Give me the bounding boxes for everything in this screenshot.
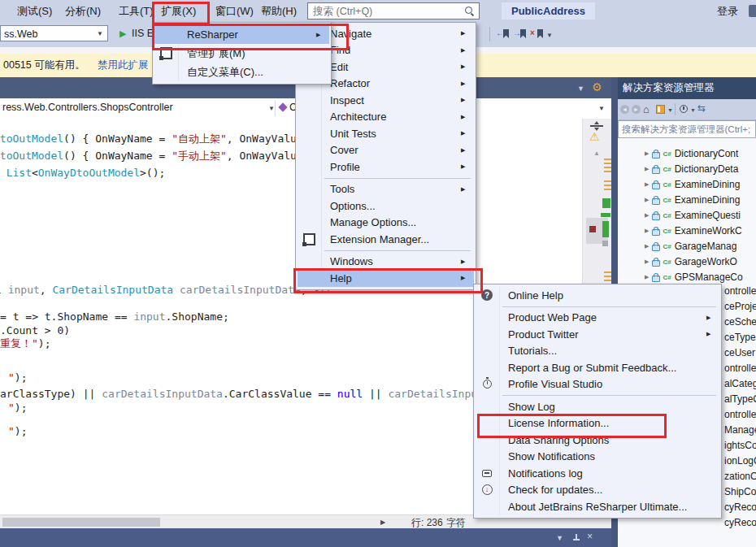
tree-item-fragment[interactable]: ShipCor <box>724 486 756 497</box>
chevron-down-icon[interactable]: ▼ <box>690 107 696 113</box>
chevron-down-icon[interactable]: ▼ <box>667 107 673 113</box>
pin-icon[interactable] <box>572 534 580 541</box>
menu-item-product-web-page[interactable]: Product Web Page▶ <box>476 310 719 327</box>
menu-item-cover[interactable]: Cover▶ <box>298 142 474 159</box>
tree-item-garagemanag[interactable]: ▶C#GarageManag <box>645 239 736 254</box>
tree-item-fragment[interactable]: ontrolle <box>724 285 756 297</box>
clear-bookmarks-button[interactable]: × <box>530 28 545 40</box>
tree-item-fragment[interactable]: ceSche <box>724 316 756 328</box>
menu-item-管理扩展-m[interactable]: 管理扩展(M) <box>154 44 329 63</box>
tree-item-fragment[interactable]: cyRecor <box>724 501 756 513</box>
chevron-down-icon[interactable]: ▼ <box>577 85 584 93</box>
tree-item-fragment[interactable]: ManageC <box>724 424 756 436</box>
tree-item-fragment[interactable]: alCatego <box>724 378 756 389</box>
tree-item-examinedining[interactable]: ▶C#ExamineDining <box>645 177 740 192</box>
breadcrumb[interactable]: ress.Web.Controllers.ShopsController <box>2 102 173 113</box>
menubar-item-扩展-x[interactable]: 扩展(X) <box>154 0 202 22</box>
menu-item-profile-visual-studio[interactable]: Profile Visual Studio <box>476 376 719 393</box>
expand-arrow-icon[interactable]: ▶ <box>645 150 649 157</box>
menu-item-help[interactable]: Help▶ <box>298 270 474 287</box>
tree-item-fragment[interactable]: ionLogC <box>724 455 756 467</box>
tree-item-fragment[interactable]: ightsCo <box>724 440 756 451</box>
menubar-item-分析-n[interactable]: 分析(N) <box>59 0 107 22</box>
menu-item-options[interactable]: Options... <box>298 198 474 215</box>
menu-item-about-jetbrains-resharper-ultimate[interactable]: About JetBrains ReSharper Ultimate... <box>476 498 719 515</box>
expand-arrow-icon[interactable]: ▶ <box>645 258 649 265</box>
run-icon: ▶ <box>119 28 126 39</box>
solution-search-input[interactable]: 搜索解决方案资源管理器(Ctrl+; <box>618 120 756 138</box>
menu-item-tools[interactable]: Tools▶ <box>298 181 474 198</box>
public-address-button[interactable]: PublicAddress <box>502 2 595 20</box>
menu-item-profile[interactable]: Profile▶ <box>298 158 474 176</box>
menu-item-license-information[interactable]: License Information... <box>476 415 719 432</box>
scroll-right-icon[interactable]: ▶ <box>380 519 385 526</box>
home-icon[interactable]: ⌂ <box>643 103 650 115</box>
tree-item-gpsmanageco[interactable]: ▶C#GPSManageCo <box>645 270 743 284</box>
menu-item-report-a-bug-or-submit-feedback[interactable]: Report a Bug or Submit Feedback... <box>476 359 719 376</box>
menu-item-show-log[interactable]: Show Log <box>476 398 719 415</box>
horizontal-scrollbar-thumb[interactable] <box>2 518 160 527</box>
close-icon[interactable]: × <box>587 531 593 542</box>
chevron-down-icon[interactable]: ▼ <box>556 534 563 542</box>
expand-arrow-icon[interactable]: ▶ <box>645 181 649 188</box>
menu-item-unit-tests[interactable]: Unit Tests▶ <box>298 125 474 142</box>
toolbar-overflow-chevron-icon[interactable]: ▼ <box>546 32 553 39</box>
menu-item-online-help[interactable]: ?Online Help <box>476 287 719 304</box>
menu-item-inspect[interactable]: Inspect▶ <box>298 92 474 109</box>
sign-in-link[interactable]: 登录 <box>717 0 738 22</box>
menu-item-show-notifications[interactable]: Show Notifications <box>476 449 719 466</box>
quick-search-box[interactable] <box>307 2 480 20</box>
menu-item-extension-manager[interactable]: Extension Manager... <box>298 231 474 248</box>
search-input[interactable] <box>308 5 459 19</box>
back-icon[interactable]: ◄ <box>620 105 629 114</box>
tree-item-garageworko[interactable]: ▶C#GarageWorkO <box>645 254 737 269</box>
menu-item-check-for-updates[interactable]: ↓Check for updates... <box>476 482 719 499</box>
menubar-item-工具-t[interactable]: 工具(T) <box>112 0 160 22</box>
chevron-down-icon[interactable]: ▼ <box>598 105 605 112</box>
startup-project-combo[interactable]: ss.Web ▼ <box>0 25 108 41</box>
menu-item-product-twitter[interactable]: Product Twitter▶ <box>476 326 719 343</box>
expand-arrow-icon[interactable]: ▶ <box>645 166 649 172</box>
menu-item-label: Unit Tests <box>320 128 461 140</box>
tree-item-fragment[interactable]: ceUser <box>724 347 755 358</box>
tree-item-fragment[interactable]: zationC <box>724 471 756 482</box>
expand-arrow-icon[interactable]: ▶ <box>645 274 649 280</box>
menu-item-manage-options[interactable]: Manage Options... <box>298 215 474 232</box>
user-avatar-partial[interactable] <box>749 5 756 17</box>
tree-item-examinequesti[interactable]: ▶C#ExamineQuesti <box>645 208 741 223</box>
expand-arrow-icon[interactable]: ▶ <box>645 212 649 219</box>
previous-bookmark-button[interactable]: ← <box>496 28 511 40</box>
sync-icon[interactable]: ⇆ <box>697 102 706 114</box>
tree-item-dictionarycont[interactable]: ▶C#DictionaryCont <box>645 146 738 161</box>
next-bookmark-button[interactable]: → <box>513 28 528 40</box>
menu-item-notifications-log[interactable]: Notifications log <box>476 465 719 482</box>
tree-item-examinedining[interactable]: ▶C#ExamineDining <box>645 193 740 207</box>
tree-item-fragment[interactable]: ontrolle <box>724 409 756 420</box>
tree-item-fragment[interactable]: ontrolle <box>724 362 756 374</box>
switch-views-icon[interactable] <box>656 105 665 114</box>
chevron-down-icon[interactable]: ▼ <box>268 105 275 112</box>
tree-item-fragment[interactable]: cyRecor <box>724 517 756 528</box>
menu-item-自定义菜单-c[interactable]: 自定义菜单(C)... <box>154 63 329 81</box>
tree-item-examineworkc[interactable]: ▶C#ExamineWorkC <box>645 224 742 238</box>
menu-item-windows[interactable]: Windows▶ <box>298 254 474 271</box>
tree-item-fragment[interactable]: ceType <box>724 332 756 343</box>
expand-arrow-icon[interactable]: ▶ <box>645 228 649 234</box>
menubar-item-窗口-w[interactable]: 窗口(W) <box>209 0 260 22</box>
gear-icon[interactable]: ⚙ <box>592 80 602 93</box>
expand-arrow-icon[interactable]: ▶ <box>645 197 649 203</box>
menu-item-architecture[interactable]: Architecture▶ <box>298 109 474 126</box>
tree-item-fragment[interactable]: alTypeC <box>724 393 756 405</box>
expand-arrow-icon[interactable]: ▶ <box>645 243 649 250</box>
menubar-item-帮助-h[interactable]: 帮助(H) <box>254 0 303 22</box>
forward-icon[interactable]: ► <box>632 105 641 114</box>
menubar-item-测试-s[interactable]: 测试(S) <box>11 0 59 22</box>
pending-changes-icon[interactable] <box>680 105 688 113</box>
scroll-up-icon[interactable]: ▲ <box>593 150 600 157</box>
tree-item-fragment[interactable]: ceProje <box>724 301 756 312</box>
tree-item-dictionarydeta[interactable]: ▶C#DictionaryDeta <box>645 162 738 176</box>
disable-extension-link[interactable]: 禁用此扩展 <box>98 54 149 77</box>
menu-item-data-sharing-options[interactable]: Data Sharing Options <box>476 432 719 449</box>
menu-item-resharper[interactable]: ReSharper▶ <box>154 25 329 44</box>
menu-item-tutorials[interactable]: Tutorials... <box>476 343 719 360</box>
